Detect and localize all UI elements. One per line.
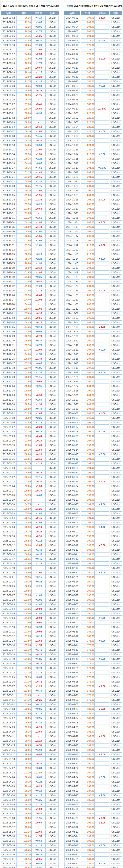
change-cell: ▼1.95	[31, 816, 46, 820]
table-row: 2024-12-05104.35▼2.10USD/dt	[1, 325, 59, 329]
price-cell: 105.25	[17, 157, 31, 161]
price-cell: 185.00	[81, 75, 95, 79]
unit-cell: USD/dt	[46, 316, 59, 320]
price-cell: 101.15	[17, 243, 31, 247]
table-row: 2024-09-0590.50▼2.75USD/dt	[1, 29, 59, 34]
unit-cell: USD/ton	[110, 320, 122, 324]
price-cell: 106.85	[17, 584, 31, 588]
table-row: 2025-01-23103.95▲0.20USD/dt	[1, 479, 59, 484]
change-cell: -	[95, 330, 109, 334]
date-cell: 2024-12-12	[64, 348, 80, 352]
unit-cell: USD/dt	[46, 430, 59, 434]
table-row: 2024-11-26208.00-USD/ton	[64, 293, 122, 297]
change-cell: -	[95, 811, 109, 816]
price-cell: 96.35	[17, 98, 31, 102]
date-cell: 2025-03-04	[1, 607, 17, 611]
change-cell: ▼0.25	[31, 275, 46, 279]
unit-cell: USD/dt	[46, 370, 59, 375]
date-cell: 2025-03-13	[64, 639, 80, 643]
price-cell: 99.20	[17, 443, 31, 447]
unit-cell: USD/ton	[110, 680, 122, 684]
price-cell: 187.00	[81, 775, 95, 779]
unit-cell: USD/dt	[46, 293, 59, 297]
table-row: 2025-02-27190.00-USD/ton	[64, 593, 122, 597]
table-row: 2024-12-25100.60-USD/dt	[1, 389, 59, 393]
change-cell: -	[95, 598, 109, 602]
date-cell: 2025-02-19	[1, 566, 17, 570]
unit-cell: USD/dt	[46, 298, 59, 302]
change-cell: ▲2.70	[31, 334, 46, 338]
change-cell: -	[95, 352, 109, 356]
unit-cell: USD/ton	[110, 625, 122, 629]
price-cell: 104.40	[17, 161, 31, 165]
date-cell: 2025-04-22	[64, 766, 80, 770]
date-cell: 2024-12-05	[1, 325, 17, 329]
price-cell: 191.00	[81, 452, 95, 457]
unit-cell: USD/dt	[46, 743, 59, 747]
change-cell: ▼15.00	[95, 166, 109, 170]
date-cell: 2024-09-03	[64, 20, 80, 25]
unit-cell: USD/dt	[46, 357, 59, 361]
date-cell: 2025-04-08	[64, 721, 80, 725]
unit-cell: USD/ton	[110, 16, 122, 20]
unit-cell: USD/dt	[46, 866, 59, 868]
col-header-unit: 단위	[46, 11, 59, 16]
change-cell: ▲1.80	[31, 771, 46, 775]
table-row: 2024-10-30103.85▲0.55USD/dt	[1, 207, 59, 211]
table-row: 2024-12-04106.45▲0.10USD/dt	[1, 320, 59, 324]
unit-cell: USD/dt	[46, 557, 59, 561]
price-cell: 96.90	[17, 798, 31, 802]
date-cell: 2025-03-24	[64, 671, 80, 675]
unit-cell: USD/ton	[110, 707, 122, 711]
date-cell: 2025-02-14	[64, 552, 80, 557]
unit-cell: USD/ton	[110, 580, 122, 584]
price-cell: 102.20	[17, 216, 31, 220]
unit-cell: USD/dt	[46, 202, 59, 206]
unit-cell: USD/dt	[46, 193, 59, 197]
table-row: 2025-02-13193.00-USD/ton	[64, 548, 122, 552]
price-cell: 208.00	[81, 320, 95, 324]
price-cell: 182.00	[81, 634, 95, 638]
date-cell: 2024-09-27	[64, 102, 80, 106]
price-cell: 89.35	[17, 84, 31, 88]
table-row: 2025-03-24172.00-USD/ton	[64, 671, 122, 675]
table-row: 2025-02-19107.60-USD/dt	[1, 566, 59, 570]
table-row: 2025-04-04101.80▼1.15USD/dt	[1, 712, 59, 716]
date-cell: 2024-09-25	[1, 93, 17, 97]
change-cell: ▼0.75	[31, 866, 46, 868]
change-cell: ▼1.75	[31, 648, 46, 652]
table-row: 2024-12-26100.90▲0.30USD/dt	[1, 393, 59, 397]
table-row: 2025-02-24190.00-USD/ton	[64, 580, 122, 584]
price-cell: 224.00	[81, 129, 95, 133]
change-cell: ▼1.35	[31, 370, 46, 375]
table-row: 2025-01-16191.00-USD/ton	[64, 457, 122, 461]
date-cell: 2025-04-29	[1, 789, 17, 793]
table-row: 2024-12-17207.00-USD/ton	[64, 361, 122, 366]
table-row: 2025-01-28193.00-USD/ton	[64, 493, 122, 497]
unit-cell: USD/ton	[110, 807, 122, 811]
change-cell: ▲0.90	[31, 607, 46, 611]
unit-cell: USD/ton	[110, 843, 122, 847]
price-cell: 176.00	[81, 684, 95, 688]
date-cell: 2025-03-14	[64, 643, 80, 647]
unit-cell: USD/ton	[110, 202, 122, 206]
date-cell: 2025-04-03	[64, 707, 80, 711]
date-cell: 2025-03-10	[1, 625, 17, 629]
date-cell: 2025-04-17	[1, 752, 17, 756]
unit-cell: USD/ton	[110, 634, 122, 638]
change-cell: ▲38.00	[95, 107, 109, 111]
table-row: 2025-01-23193.00▲2.00USD/ton	[64, 479, 122, 484]
price-cell: 104.75	[17, 493, 31, 497]
unit-cell: USD/ton	[110, 780, 122, 784]
price-cell: 103.30	[17, 680, 31, 684]
change-cell: -	[95, 730, 109, 734]
unit-cell: USD/ton	[110, 743, 122, 747]
date-cell: 2025-01-28	[1, 493, 17, 497]
price-cell: 220.00	[81, 111, 95, 115]
table-row: 2024-10-15216.00-USD/ton	[64, 157, 122, 161]
price-cell: 208.00	[81, 307, 95, 311]
price-cell: 187.00	[81, 780, 95, 784]
table-row: 2024-09-2091.35▼1.25USD/dt	[1, 80, 59, 84]
price-cell: 101.85	[17, 270, 31, 275]
unit-cell: USD/dt	[46, 634, 59, 638]
